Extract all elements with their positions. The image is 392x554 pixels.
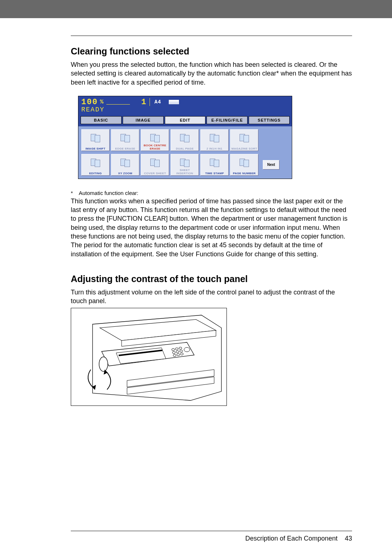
fn-icon — [82, 132, 109, 143]
footer-page-number: 43 — [345, 535, 352, 542]
fn-cover-sheet[interactable]: COVER SHEET — [141, 154, 169, 176]
fn-icon — [201, 156, 228, 168]
svg-point-4 — [179, 347, 182, 349]
fn-book-centre[interactable]: BOOK CENTRE ERASE — [141, 129, 169, 151]
page-footer: Description of Each Component 43 — [0, 531, 392, 554]
tab-efiling[interactable]: E-FILING/FILE — [207, 116, 248, 124]
fn-time-stamp[interactable]: TIME STAMP — [200, 154, 229, 176]
fn-2in1-4in1[interactable]: 2 IN1/4 IN1 — [200, 129, 229, 151]
fn-icon — [171, 156, 199, 168]
fn-page-number[interactable]: PAGE NUMBER — [230, 154, 258, 176]
tray-icon — [169, 100, 179, 104]
fn-icon — [230, 132, 258, 143]
svg-point-12 — [99, 357, 108, 371]
status-zoom-unit: % — [100, 99, 105, 105]
status-ready: READY — [81, 106, 289, 113]
tab-edit[interactable]: EDIT — [165, 116, 206, 124]
function-row-2: EDITING XY ZOOM COVER SHEET SHEET INSERT… — [81, 154, 289, 176]
svg-point-10 — [180, 353, 183, 355]
fn-editing[interactable]: EDITING — [81, 154, 110, 176]
footer-label: Description of Each Component — [245, 535, 338, 542]
status-count: 1 — [141, 98, 147, 107]
fn-xy-zoom[interactable]: XY ZOOM — [111, 154, 139, 176]
svg-point-3 — [175, 348, 178, 350]
touch-panel-tabs: BASIC IMAGE EDIT E-FILING/FILE SETTINGS — [78, 116, 292, 126]
status-vbar — [150, 98, 150, 106]
fn-icon — [111, 132, 139, 143]
fn-image-shift[interactable]: IMAGE SHIFT — [81, 129, 110, 151]
touch-panel-screenshot: 100 % 1 A4 READY BASIC IMAGE EDIT E-FILI… — [78, 96, 292, 179]
next-button[interactable]: Next — [263, 160, 279, 170]
fn-icon — [201, 132, 228, 143]
section-title-contrast: Adjusting the contrast of the touch pane… — [71, 274, 352, 284]
fn-icon — [141, 132, 169, 143]
section-para-contrast: Turn this adjustment volume on the left … — [71, 288, 352, 306]
tab-basic[interactable]: BASIC — [81, 116, 122, 124]
fn-icon — [230, 156, 258, 168]
fn-edge-erase[interactable]: EDGE ERASE — [111, 129, 139, 151]
status-zoom-value: 100 — [81, 98, 98, 107]
touch-panel-body: IMAGE SHIFT EDGE ERASE BOOK CENTRE ERASE… — [78, 126, 292, 179]
fn-icon — [141, 156, 169, 168]
fn-sheet-insert[interactable]: SHEET INSERTION — [171, 154, 199, 176]
fn-dual-page[interactable]: DUAL PAGE — [171, 129, 199, 151]
status-underline — [106, 104, 130, 105]
tab-settings[interactable]: SETTINGS — [249, 116, 290, 124]
svg-point-2 — [172, 349, 175, 351]
fn-icon — [171, 132, 199, 143]
tab-image[interactable]: IMAGE — [123, 116, 164, 124]
function-row-1: IMAGE SHIFT EDGE ERASE BOOK CENTRE ERASE… — [81, 129, 289, 151]
fn-icon — [82, 156, 109, 168]
footnote-heading: Automatic function clear: — [71, 190, 352, 196]
touch-panel-status-bar: 100 % 1 A4 READY — [78, 96, 292, 116]
section-title-clearing: Clearing functions selected — [71, 46, 352, 57]
contrast-dial-illustration — [71, 308, 227, 406]
bottom-rule — [71, 531, 352, 531]
svg-point-11 — [184, 347, 190, 352]
page-content: Clearing functions selected When you pre… — [0, 36, 392, 407]
status-paper: A4 — [154, 99, 161, 105]
top-rule — [71, 36, 352, 36]
svg-point-8 — [173, 354, 176, 357]
svg-point-7 — [180, 350, 183, 352]
header-black-bar — [0, 0, 392, 18]
svg-point-9 — [177, 354, 180, 356]
svg-point-6 — [176, 351, 179, 353]
section-para-clearing: When you press the selected button, the … — [71, 60, 352, 87]
footnote-text: This function works when a specified per… — [71, 197, 352, 258]
svg-point-5 — [172, 351, 175, 354]
fn-icon — [111, 156, 139, 168]
fn-magazine-sort[interactable]: MAGAZINE SORT — [230, 129, 258, 151]
footer-text: Description of Each Component 43 — [245, 535, 352, 542]
